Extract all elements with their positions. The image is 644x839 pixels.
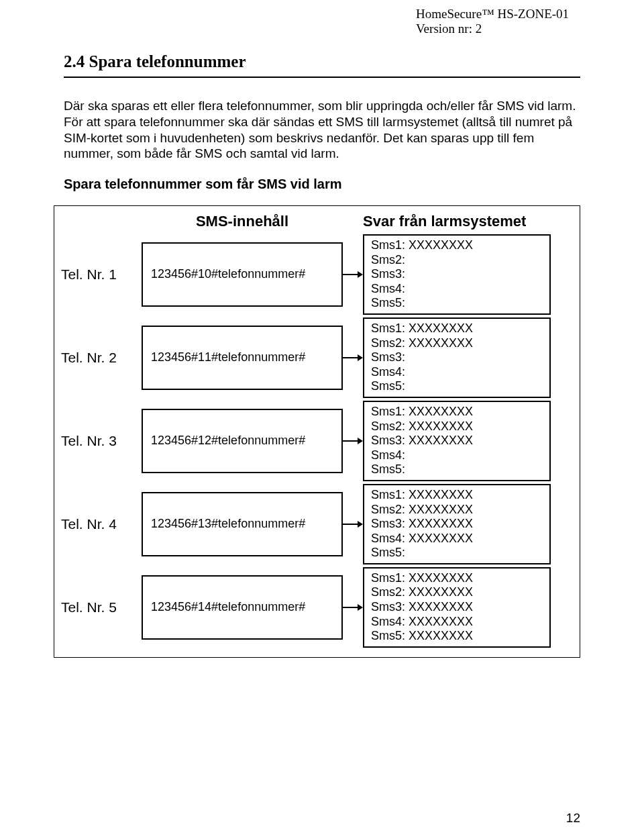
response-line: Sms3: XXXXXXXX [371, 434, 543, 448]
response-line: Sms5: XXXXXXXX [371, 629, 543, 644]
sms-content-box: 123456#10#telefonnummer# [142, 242, 343, 307]
row-label: Tel. Nr. 1 [61, 266, 142, 283]
section-title: 2.4 Spara telefonnummer [64, 52, 580, 71]
svg-marker-3 [358, 354, 363, 361]
sms-diagram: SMS-innehåll Svar från larmsystemet Tel.… [54, 205, 580, 658]
response-line: Sms3: [371, 267, 543, 282]
response-box: Sms1: XXXXXXXXSms2: XXXXXXXXSms3: XXXXXX… [363, 484, 551, 564]
response-line: Sms1: XXXXXXXX [371, 238, 543, 253]
response-line: Sms4: XXXXXXXX [371, 532, 543, 546]
diagram-row: Tel. Nr. 2123456#11#telefonnummer#Sms1: … [61, 317, 573, 398]
response-line: Sms4: [371, 282, 543, 297]
arrow-icon [343, 436, 363, 446]
sms-content-box: 123456#11#telefonnummer# [142, 326, 343, 390]
product-name: HomeSecure™ HS-ZONE-01 [416, 7, 569, 21]
svg-marker-5 [358, 438, 363, 444]
response-line: Sms5: [371, 546, 543, 560]
page-number: 12 [566, 811, 580, 826]
version-number: Version nr: 2 [416, 21, 569, 36]
response-line: Sms3: [371, 350, 543, 365]
response-line: Sms4: [371, 448, 543, 463]
response-line: Sms4: [371, 365, 543, 380]
svg-marker-1 [358, 271, 363, 278]
diagram-row: Tel. Nr. 4123456#13#telefonnummer#Sms1: … [61, 484, 573, 564]
response-line: Sms1: XXXXXXXX [371, 405, 543, 420]
sub-title: Spara telefonnummer som får SMS vid larm [64, 177, 580, 192]
column-response-header: Svar från larmsystemet [363, 213, 551, 230]
response-line: Sms3: XXXXXXXX [371, 517, 543, 532]
arrow-icon [343, 519, 363, 530]
response-line: Sms1: XXXXXXXX [371, 322, 543, 336]
response-line: Sms1: XXXXXXXX [371, 488, 543, 503]
sms-content-box: 123456#12#telefonnummer# [142, 409, 343, 473]
response-line: Sms5: [371, 296, 543, 311]
response-line: Sms5: [371, 379, 543, 394]
response-box: Sms1: XXXXXXXXSms2: XXXXXXXXSms3:Sms4:Sm… [363, 317, 551, 398]
page-header: HomeSecure™ HS-ZONE-01 Version nr: 2 [416, 7, 569, 36]
row-label: Tel. Nr. 2 [61, 350, 142, 366]
sms-content-box: 123456#13#telefonnummer# [142, 492, 343, 556]
response-line: Sms2: XXXXXXXX [371, 503, 543, 517]
response-line: Sms2: XXXXXXXX [371, 585, 543, 600]
arrow-icon [343, 269, 363, 280]
svg-marker-9 [358, 604, 363, 611]
column-sms-header: SMS-innehåll [142, 213, 343, 230]
response-line: Sms3: XXXXXXXX [371, 600, 543, 615]
diagram-row: Tel. Nr. 1123456#10#telefonnummer#Sms1: … [61, 234, 573, 315]
row-label: Tel. Nr. 3 [61, 433, 142, 449]
response-box: Sms1: XXXXXXXXSms2:Sms3:Sms4:Sms5: [363, 234, 551, 315]
diagram-row: Tel. Nr. 5123456#14#telefonnummer#Sms1: … [61, 567, 573, 648]
arrow-icon [343, 352, 363, 363]
section-divider [64, 77, 580, 78]
diagram-row: Tel. Nr. 3123456#12#telefonnummer#Sms1: … [61, 401, 573, 481]
response-line: Sms5: [371, 462, 543, 477]
response-line: Sms2: XXXXXXXX [371, 336, 543, 351]
response-box: Sms1: XXXXXXXXSms2: XXXXXXXXSms3: XXXXXX… [363, 401, 551, 481]
response-line: Sms1: XXXXXXXX [371, 571, 543, 586]
response-line: Sms2: [371, 253, 543, 268]
sms-content-box: 123456#14#telefonnummer# [142, 575, 343, 640]
row-label: Tel. Nr. 5 [61, 599, 142, 615]
body-paragraph: Där ska sparas ett eller flera telefonnu… [64, 98, 580, 162]
svg-marker-7 [358, 521, 363, 528]
response-line: Sms2: XXXXXXXX [371, 420, 543, 434]
row-label: Tel. Nr. 4 [61, 516, 142, 532]
arrow-icon [343, 602, 363, 613]
diagram-header: SMS-innehåll Svar från larmsystemet [61, 213, 573, 230]
response-line: Sms4: XXXXXXXX [371, 615, 543, 630]
response-box: Sms1: XXXXXXXXSms2: XXXXXXXXSms3: XXXXXX… [363, 567, 551, 648]
